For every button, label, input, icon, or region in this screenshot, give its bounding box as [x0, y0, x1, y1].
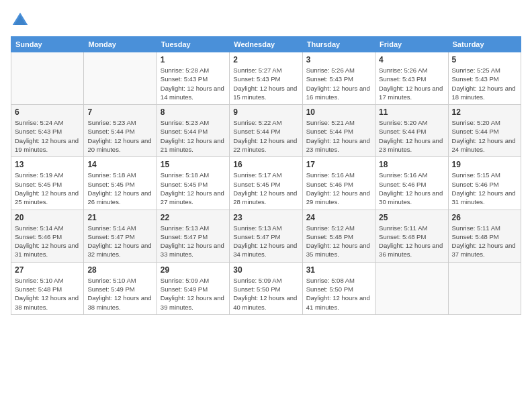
- day-number: 12: [452, 107, 517, 117]
- col-header-friday: Friday: [375, 37, 448, 52]
- day-info: Sunrise: 5:28 AMSunset: 5:43 PMDaylight:…: [161, 66, 226, 101]
- day-number: 27: [15, 265, 80, 275]
- calendar-cell: [448, 262, 521, 314]
- day-info: Sunrise: 5:18 AMSunset: 5:45 PMDaylight:…: [161, 171, 226, 206]
- calendar-cell: 1Sunrise: 5:28 AMSunset: 5:43 PMDaylight…: [157, 52, 229, 105]
- calendar-cell: 9Sunrise: 5:22 AMSunset: 5:44 PMDaylight…: [230, 105, 302, 157]
- calendar-week-row: 27Sunrise: 5:10 AMSunset: 5:48 PMDayligh…: [11, 262, 521, 314]
- calendar-cell: 12Sunrise: 5:20 AMSunset: 5:44 PMDayligh…: [448, 105, 521, 157]
- calendar-table: SundayMondayTuesdayWednesdayThursdayFrid…: [11, 36, 521, 315]
- day-number: 6: [15, 107, 80, 117]
- day-number: 10: [306, 107, 371, 117]
- day-info: Sunrise: 5:14 AMSunset: 5:47 PMDaylight:…: [87, 224, 152, 259]
- col-header-thursday: Thursday: [302, 37, 375, 52]
- day-info: Sunrise: 5:12 AMSunset: 5:48 PMDaylight:…: [306, 224, 371, 259]
- day-number: 13: [15, 160, 80, 169]
- col-header-saturday: Saturday: [448, 37, 521, 52]
- day-number: 26: [452, 213, 517, 222]
- day-info: Sunrise: 5:18 AMSunset: 5:45 PMDaylight:…: [87, 171, 152, 206]
- calendar-cell: 20Sunrise: 5:14 AMSunset: 5:46 PMDayligh…: [11, 210, 84, 262]
- calendar-cell: [11, 52, 84, 105]
- calendar-cell: 21Sunrise: 5:14 AMSunset: 5:47 PMDayligh…: [84, 210, 157, 262]
- day-number: 25: [379, 213, 444, 222]
- calendar-cell: 27Sunrise: 5:10 AMSunset: 5:48 PMDayligh…: [11, 262, 84, 314]
- calendar-cell: 8Sunrise: 5:23 AMSunset: 5:44 PMDaylight…: [157, 105, 229, 157]
- day-info: Sunrise: 5:13 AMSunset: 5:47 PMDaylight:…: [161, 224, 226, 259]
- day-info: Sunrise: 5:11 AMSunset: 5:48 PMDaylight:…: [452, 224, 517, 259]
- calendar-cell: 15Sunrise: 5:18 AMSunset: 5:45 PMDayligh…: [157, 157, 229, 210]
- calendar-cell: 3Sunrise: 5:26 AMSunset: 5:43 PMDaylight…: [302, 52, 375, 105]
- day-number: 14: [87, 160, 152, 169]
- day-number: 23: [233, 213, 298, 222]
- calendar-week-row: 13Sunrise: 5:19 AMSunset: 5:45 PMDayligh…: [11, 157, 521, 210]
- calendar-cell: 16Sunrise: 5:17 AMSunset: 5:45 PMDayligh…: [230, 157, 302, 210]
- day-info: Sunrise: 5:27 AMSunset: 5:43 PMDaylight:…: [233, 66, 298, 101]
- calendar-cell: [375, 262, 448, 314]
- calendar-cell: 13Sunrise: 5:19 AMSunset: 5:45 PMDayligh…: [11, 157, 84, 210]
- day-info: Sunrise: 5:14 AMSunset: 5:46 PMDaylight:…: [15, 224, 80, 259]
- calendar-cell: 6Sunrise: 5:24 AMSunset: 5:43 PMDaylight…: [11, 105, 84, 157]
- day-info: Sunrise: 5:20 AMSunset: 5:44 PMDaylight:…: [452, 118, 517, 154]
- calendar-week-row: 20Sunrise: 5:14 AMSunset: 5:46 PMDayligh…: [11, 210, 521, 262]
- calendar-header-row: SundayMondayTuesdayWednesdayThursdayFrid…: [11, 37, 521, 52]
- day-number: 3: [306, 55, 371, 64]
- calendar-cell: 31Sunrise: 5:08 AMSunset: 5:50 PMDayligh…: [302, 262, 375, 314]
- day-number: 16: [233, 160, 298, 169]
- day-number: 7: [87, 107, 152, 117]
- day-info: Sunrise: 5:10 AMSunset: 5:48 PMDaylight:…: [15, 276, 80, 312]
- day-number: 11: [379, 107, 444, 117]
- col-header-sunday: Sunday: [11, 37, 84, 52]
- day-number: 24: [306, 213, 371, 222]
- day-info: Sunrise: 5:09 AMSunset: 5:50 PMDaylight:…: [233, 276, 298, 312]
- day-info: Sunrise: 5:11 AMSunset: 5:48 PMDaylight:…: [379, 224, 444, 259]
- day-info: Sunrise: 5:16 AMSunset: 5:46 PMDaylight:…: [379, 171, 444, 206]
- day-info: Sunrise: 5:16 AMSunset: 5:46 PMDaylight:…: [306, 171, 371, 206]
- day-number: 30: [233, 265, 298, 275]
- day-number: 9: [233, 107, 298, 117]
- day-info: Sunrise: 5:08 AMSunset: 5:50 PMDaylight:…: [306, 276, 371, 312]
- day-number: 29: [161, 265, 226, 275]
- day-number: 4: [379, 55, 444, 64]
- day-info: Sunrise: 5:22 AMSunset: 5:44 PMDaylight:…: [233, 118, 298, 154]
- calendar-cell: 17Sunrise: 5:16 AMSunset: 5:46 PMDayligh…: [302, 157, 375, 210]
- day-info: Sunrise: 5:21 AMSunset: 5:44 PMDaylight:…: [306, 118, 371, 154]
- day-number: 19: [452, 160, 517, 169]
- day-info: Sunrise: 5:19 AMSunset: 5:45 PMDaylight:…: [15, 171, 80, 206]
- calendar-cell: 7Sunrise: 5:23 AMSunset: 5:44 PMDaylight…: [84, 105, 157, 157]
- day-number: 28: [87, 265, 152, 275]
- calendar-cell: 26Sunrise: 5:11 AMSunset: 5:48 PMDayligh…: [448, 210, 521, 262]
- day-info: Sunrise: 5:26 AMSunset: 5:43 PMDaylight:…: [379, 66, 444, 101]
- day-info: Sunrise: 5:24 AMSunset: 5:43 PMDaylight:…: [15, 118, 80, 154]
- day-number: 21: [87, 213, 152, 222]
- day-number: 5: [452, 55, 517, 64]
- day-info: Sunrise: 5:09 AMSunset: 5:49 PMDaylight:…: [161, 276, 226, 312]
- day-number: 2: [233, 55, 298, 64]
- calendar-cell: 4Sunrise: 5:26 AMSunset: 5:43 PMDaylight…: [375, 52, 448, 105]
- day-number: 22: [161, 213, 226, 222]
- col-header-monday: Monday: [84, 37, 157, 52]
- day-info: Sunrise: 5:17 AMSunset: 5:45 PMDaylight:…: [233, 171, 298, 206]
- calendar-week-row: 6Sunrise: 5:24 AMSunset: 5:43 PMDaylight…: [11, 105, 521, 157]
- day-info: Sunrise: 5:10 AMSunset: 5:49 PMDaylight:…: [87, 276, 152, 312]
- calendar-cell: 10Sunrise: 5:21 AMSunset: 5:44 PMDayligh…: [302, 105, 375, 157]
- calendar-cell: 2Sunrise: 5:27 AMSunset: 5:43 PMDaylight…: [230, 52, 302, 105]
- calendar-cell: 14Sunrise: 5:18 AMSunset: 5:45 PMDayligh…: [84, 157, 157, 210]
- day-info: Sunrise: 5:20 AMSunset: 5:44 PMDaylight:…: [379, 118, 444, 154]
- day-info: Sunrise: 5:25 AMSunset: 5:43 PMDaylight:…: [452, 66, 517, 101]
- col-header-wednesday: Wednesday: [230, 37, 302, 52]
- day-info: Sunrise: 5:13 AMSunset: 5:47 PMDaylight:…: [233, 224, 298, 259]
- day-number: 31: [306, 265, 371, 275]
- calendar-cell: 24Sunrise: 5:12 AMSunset: 5:48 PMDayligh…: [302, 210, 375, 262]
- day-number: 18: [379, 160, 444, 169]
- day-number: 15: [161, 160, 226, 169]
- logo-icon: [11, 11, 30, 30]
- logo: [11, 11, 31, 30]
- day-info: Sunrise: 5:23 AMSunset: 5:44 PMDaylight:…: [87, 118, 152, 154]
- calendar-cell: [84, 52, 157, 105]
- day-number: 8: [161, 107, 226, 117]
- calendar-cell: 5Sunrise: 5:25 AMSunset: 5:43 PMDaylight…: [448, 52, 521, 105]
- page: SundayMondayTuesdayWednesdayThursdayFrid…: [0, 0, 532, 411]
- calendar-cell: 18Sunrise: 5:16 AMSunset: 5:46 PMDayligh…: [375, 157, 448, 210]
- day-info: Sunrise: 5:23 AMSunset: 5:44 PMDaylight:…: [161, 118, 226, 154]
- day-number: 1: [161, 55, 226, 64]
